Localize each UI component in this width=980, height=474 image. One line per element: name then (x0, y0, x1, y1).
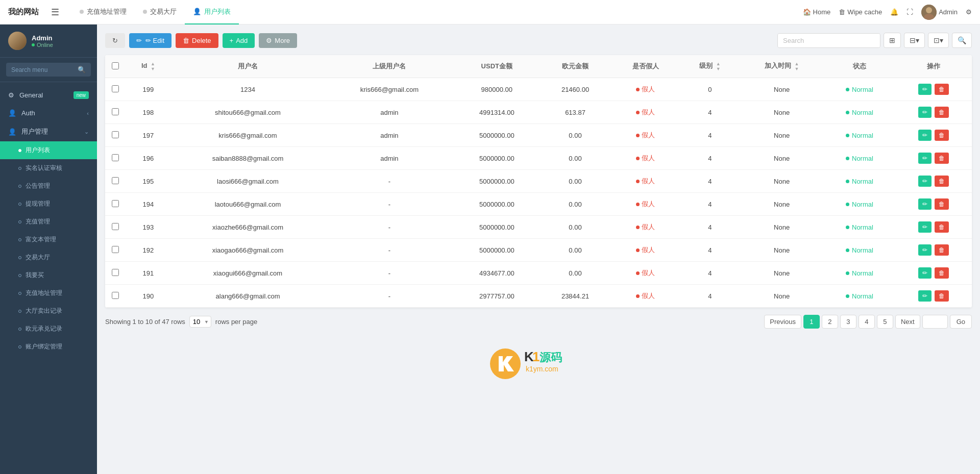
row-delete-button[interactable]: 🗑 (935, 107, 949, 118)
row-checkbox-0[interactable] (112, 85, 119, 92)
row-checkbox-8[interactable] (112, 269, 119, 276)
row-edit-button[interactable]: ✏ (918, 198, 932, 210)
cell-id: 191 (126, 262, 171, 285)
delete-button[interactable]: 🗑 Delete (176, 33, 218, 48)
pagination-row: Showing 1 to 10 of 47 rows 10 20 50 rows… (105, 308, 972, 331)
row-delete-button[interactable]: 🗑 (935, 130, 949, 141)
cell-usdt: 5000000.00 (454, 216, 540, 239)
sidebar-search-input[interactable] (11, 66, 75, 73)
menu-toggle-icon[interactable]: ☰ (51, 7, 59, 18)
row-delete-button[interactable]: 🗑 (935, 198, 949, 210)
cell-eur: 23844.21 (540, 285, 611, 308)
row-edit-button[interactable]: ✏ (918, 244, 932, 256)
sidebar-search-box[interactable]: 🔍 (6, 63, 91, 77)
row-edit-button[interactable]: ✏ (918, 107, 932, 118)
col-join-time: 加入时间 ▲▼ (740, 55, 824, 78)
sidebar-status: Online (32, 42, 53, 48)
add-button[interactable]: + Add (223, 33, 255, 48)
toolbar: ↻ ✏ ✏ Edit 🗑 Delete + Add ⚙ More ⊞ ⊟▾ ⊡▾… (105, 33, 972, 48)
row-checkbox-7[interactable] (112, 246, 119, 253)
sidebar-item-recharge[interactable]: 充值管理 (0, 213, 97, 231)
page-1-button[interactable]: 1 (803, 315, 820, 329)
row-delete-button[interactable]: 🗑 (935, 221, 949, 233)
sidebar-item-user-list[interactable]: 用户列表 (0, 141, 97, 159)
select-all-checkbox[interactable] (112, 62, 119, 69)
row-edit-button[interactable]: ✏ (918, 290, 932, 302)
sidebar-item-richtext[interactable]: 富文本管理 (0, 231, 97, 248)
sidebar-item-account-bind[interactable]: 账户绑定管理 (0, 338, 97, 356)
row-edit-button[interactable]: ✏ (918, 267, 932, 279)
cell-eur: 0.00 (540, 170, 611, 193)
user-menu[interactable]: Admin (921, 5, 958, 20)
row-delete-button[interactable]: 🗑 (935, 176, 949, 187)
list-view-button[interactable]: ⊟▾ (904, 33, 925, 48)
page-5-button[interactable]: 5 (877, 315, 893, 329)
cell-id: 195 (126, 170, 171, 193)
settings-icon[interactable]: ⚙ (966, 8, 972, 16)
refresh-button[interactable]: ↻ (105, 33, 125, 48)
sidebar-item-trading[interactable]: 交易大厅 (0, 248, 97, 266)
page-jump-input[interactable] (922, 315, 948, 329)
row-delete-button[interactable]: 🗑 (935, 244, 949, 256)
row-edit-button[interactable]: ✏ (918, 176, 932, 187)
sidebar-item-buy[interactable]: 我要买 (0, 266, 97, 284)
go-button[interactable]: Go (950, 315, 972, 329)
row-edit-button[interactable]: ✏ (918, 84, 932, 95)
row-delete-button[interactable]: 🗑 (935, 290, 949, 302)
page-2-button[interactable]: 2 (822, 315, 838, 329)
row-checkbox-2[interactable] (112, 131, 119, 138)
sidebar-item-euro-record[interactable]: 欧元承兑记录 (0, 320, 97, 338)
fullscreen-icon[interactable]: ⛶ (906, 8, 913, 16)
sidebar-item-hall-sell[interactable]: 大厅卖出记录 (0, 302, 97, 320)
row-checkbox-6[interactable] (112, 223, 119, 230)
sidebar-item-charge-addr[interactable]: 充值地址管理 (0, 284, 97, 302)
sub-dot-icon (18, 203, 21, 206)
cell-usdt: 5000000.00 (454, 147, 540, 170)
cell-level: 4 (680, 101, 740, 124)
column-toggle-button[interactable]: ⊡▾ (928, 33, 949, 48)
brand-title: 我的网站 (8, 7, 39, 17)
cell-parent: - (325, 285, 454, 308)
rows-per-page-select[interactable]: 10 20 50 (189, 316, 211, 328)
sidebar-user-info: Admin Online (32, 34, 53, 48)
tab-trading-hall[interactable]: 交易大厅 (135, 0, 185, 24)
wipe-cache-button[interactable]: 🗑 Wipe cache (839, 8, 882, 16)
row-checkbox-9[interactable] (112, 292, 119, 299)
cell-username: kris666@gmail.com (171, 124, 325, 147)
page-4-button[interactable]: 4 (859, 315, 875, 329)
search-button[interactable]: 🔍 (952, 33, 972, 48)
prev-button[interactable]: Previous (764, 315, 801, 329)
cell-level: 4 (680, 147, 740, 170)
grid-view-button[interactable]: ⊞ (884, 33, 901, 48)
sidebar-item-general[interactable]: ⚙ General new (0, 86, 97, 104)
sidebar-item-real-name[interactable]: 实名认证审核 (0, 159, 97, 177)
cell-id: 194 (126, 193, 171, 216)
table-search-input[interactable] (778, 34, 880, 47)
sub-dot-icon (18, 256, 21, 259)
next-button[interactable]: Next (895, 315, 920, 329)
sidebar-item-auth[interactable]: 👤 Auth ‹ (0, 104, 97, 122)
sidebar-item-user-management[interactable]: 👤 用户管理 ⌄ (0, 122, 97, 141)
cell-eur: 0.00 (540, 239, 611, 262)
row-edit-button[interactable]: ✏ (918, 130, 932, 141)
row-delete-button[interactable]: 🗑 (935, 153, 949, 164)
row-edit-button[interactable]: ✏ (918, 221, 932, 233)
row-checkbox-1[interactable] (112, 108, 119, 115)
row-delete-button[interactable]: 🗑 (935, 84, 949, 95)
tab-user-list[interactable]: 👤 用户列表 (185, 0, 239, 24)
row-checkbox-3[interactable] (112, 154, 119, 161)
home-link[interactable]: 🏠 Home (803, 8, 831, 16)
row-delete-button[interactable]: 🗑 (935, 267, 949, 279)
tab-charge-address[interactable]: 充值地址管理 (71, 0, 135, 24)
row-checkbox-4[interactable] (112, 177, 119, 184)
sidebar-avatar (8, 32, 27, 50)
sidebar-item-withdrawal[interactable]: 提现管理 (0, 195, 97, 213)
row-checkbox-5[interactable] (112, 200, 119, 207)
cell-status: Normal (824, 216, 895, 239)
edit-button[interactable]: ✏ ✏ Edit (129, 33, 172, 48)
more-button[interactable]: ⚙ More (259, 33, 297, 48)
page-3-button[interactable]: 3 (840, 315, 856, 329)
sidebar-item-announcement[interactable]: 公告管理 (0, 177, 97, 195)
row-edit-button[interactable]: ✏ (918, 153, 932, 164)
notification-icon[interactable]: 🔔 (890, 8, 898, 16)
